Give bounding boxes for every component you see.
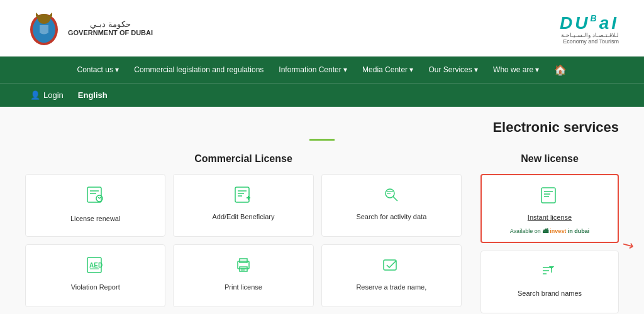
print-license-card[interactable]: Print license	[173, 244, 313, 307]
language-selector[interactable]: English	[78, 90, 108, 100]
main-content: Electronic services Commercial License	[0, 107, 644, 314]
available-on-label: Available on 🏙 invest in dubai	[510, 228, 589, 234]
svg-rect-8	[235, 187, 249, 202]
search-brand-card[interactable]: Search brand names	[480, 251, 619, 313]
violation-report-card[interactable]: AED Violation Report	[25, 244, 165, 307]
svg-rect-20	[240, 259, 247, 263]
instant-license-icon	[540, 187, 559, 207]
commercial-license-group: Commercial License License renewal	[25, 153, 462, 313]
gov-logo: حكومة دبـي GOVERNMENT OF DUBAI	[25, 8, 153, 48]
reserve-trade-icon	[382, 256, 401, 276]
instant-license-label: Instant license	[528, 213, 572, 222]
search-activity-icon	[382, 186, 401, 206]
nav-media[interactable]: Media Center ▾	[356, 62, 419, 78]
add-edit-beneficiary-label: Add/Edit Beneficiary	[212, 212, 274, 221]
search-brand-icon	[540, 263, 559, 283]
svg-rect-4	[87, 187, 101, 202]
new-license-group: New license Instant license Available on	[480, 153, 619, 313]
main-nav: Contact us ▾ Commercial legislation and …	[0, 57, 644, 83]
nav-who[interactable]: Who we are ▾	[487, 62, 545, 78]
new-license-grid: Instant license Available on 🏙 invest in…	[480, 174, 619, 313]
cards-section: Commercial License License renewal	[25, 153, 619, 313]
svg-rect-24	[384, 260, 396, 270]
invest-dubai-logo: 🏙 invest in dubai	[543, 228, 590, 234]
commercial-license-title: Commercial License	[25, 153, 462, 165]
nav-items: Contact us ▾ Commercial legislation and …	[25, 60, 619, 80]
section-title: Electronic services	[25, 119, 619, 136]
nav-home-icon[interactable]: 🏠	[548, 60, 573, 80]
red-arrow-icon: ↘	[619, 236, 637, 256]
instant-license-card[interactable]: Instant license Available on 🏙 invest in…	[480, 174, 619, 243]
print-license-label: Print license	[225, 283, 262, 291]
violation-report-label: Violation Report	[71, 283, 120, 291]
add-edit-beneficiary-card[interactable]: Add/Edit Beneficiary	[173, 174, 313, 237]
search-brand-label: Search brand names	[518, 289, 582, 298]
svg-rect-25	[541, 188, 555, 203]
search-activity-card[interactable]: Search for activity data	[321, 174, 462, 237]
sub-nav: 👤 Login English	[0, 83, 644, 107]
gov-emblem-icon	[25, 8, 63, 48]
nav-commercial[interactable]: Commercial legislation and regulations	[128, 62, 270, 78]
new-license-title: New license	[480, 153, 619, 165]
svg-point-3	[42, 14, 47, 19]
reserve-trade-label: Reserve a trade name,	[356, 283, 426, 291]
nav-info[interactable]: Information Center ▾	[272, 62, 353, 78]
login-button[interactable]: 👤 Login	[25, 88, 69, 102]
header: حكومة دبـي GOVERNMENT OF DUBAI DUBaI لـل…	[0, 0, 644, 57]
violation-report-icon: AED	[86, 256, 105, 276]
license-renewal-card[interactable]: License renewal	[25, 174, 165, 237]
nav-contact[interactable]: Contact us ▾	[71, 62, 126, 78]
svg-line-13	[393, 197, 397, 201]
dubai-arabic: لـلاقـتـصـاد والـسـيـاحـة	[561, 32, 619, 38]
gov-title: حكومة دبـي GOVERNMENT OF DUBAI	[68, 19, 153, 36]
reserve-trade-card[interactable]: Reserve a trade name,	[321, 244, 462, 307]
svg-text:AED: AED	[89, 262, 103, 269]
section-underline	[309, 139, 335, 141]
license-renewal-icon	[86, 186, 105, 208]
nav-services[interactable]: Our Services ▾	[422, 62, 484, 78]
search-activity-label: Search for activity data	[356, 212, 426, 221]
print-license-icon	[234, 256, 253, 276]
dubai-logo: DUBaI لـلاقـتـصـاد والـسـيـاحـة Economy …	[560, 12, 619, 45]
add-edit-beneficiary-icon	[234, 186, 253, 206]
dubai-english: Economy and Tourism	[563, 38, 619, 45]
license-renewal-label: License renewal	[70, 214, 121, 223]
commercial-license-grid: License renewal Add/Edit Beneficiary	[25, 174, 462, 307]
user-icon: 👤	[30, 90, 40, 100]
